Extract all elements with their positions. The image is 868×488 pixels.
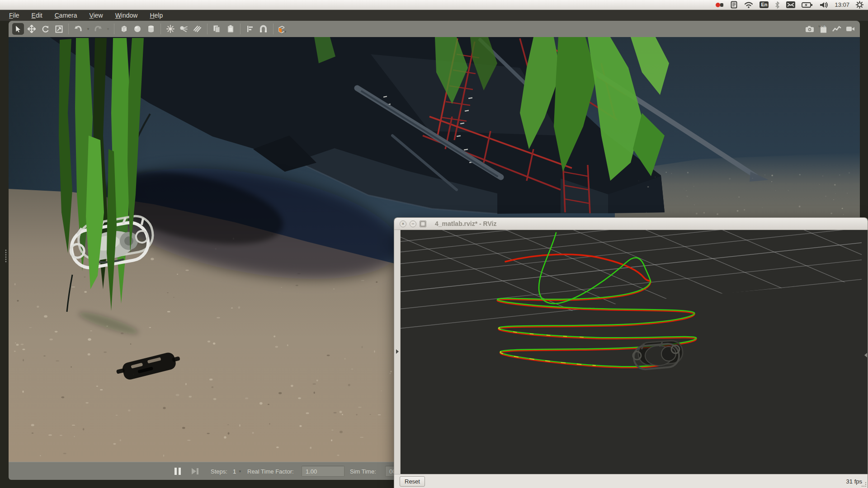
menu-edit[interactable]: Edit bbox=[32, 12, 42, 19]
rviz-scene bbox=[394, 230, 862, 474]
screen-record-icon[interactable] bbox=[715, 1, 724, 9]
gazebo-menubar: File Edit Camera View Window Help bbox=[0, 10, 868, 21]
toolbar-separator bbox=[68, 23, 69, 34]
insert-sphere-button[interactable] bbox=[132, 23, 143, 35]
rviz-3d-view[interactable] bbox=[394, 230, 868, 474]
pause-button[interactable] bbox=[174, 462, 181, 480]
select-tool-button[interactable] bbox=[12, 23, 24, 35]
clock[interactable]: 13:07 bbox=[835, 1, 849, 8]
undo-button[interactable] bbox=[72, 23, 84, 35]
toolbar-separator bbox=[207, 23, 208, 34]
mail-icon[interactable] bbox=[786, 1, 795, 9]
steps-label: Steps: bbox=[211, 462, 227, 480]
menu-window[interactable]: Window bbox=[115, 12, 138, 19]
real-time-factor-label: Real Time Factor: bbox=[247, 462, 294, 480]
spot-light-button[interactable] bbox=[178, 23, 190, 35]
bluetooth-icon[interactable] bbox=[775, 1, 780, 9]
keyboard-layout-indicator[interactable]: En bbox=[760, 1, 769, 8]
paste-button[interactable] bbox=[225, 23, 236, 35]
insert-box-button[interactable] bbox=[118, 23, 130, 35]
toolbar-separator bbox=[240, 23, 241, 34]
menu-file[interactable]: File bbox=[9, 12, 19, 19]
insert-cylinder-button[interactable] bbox=[145, 23, 157, 35]
record-video-button[interactable] bbox=[844, 23, 856, 35]
left-panel-splitter[interactable] bbox=[5, 249, 8, 265]
rviz-window: × − 4_matlab.rviz* - RViz bbox=[394, 217, 868, 488]
system-panel: En 13:07 bbox=[0, 0, 868, 10]
directional-light-button[interactable] bbox=[192, 23, 203, 35]
expand-right-panel-icon[interactable] bbox=[864, 353, 867, 357]
sim-time-label: Sim Time: bbox=[350, 462, 376, 480]
reset-button[interactable]: Reset bbox=[400, 476, 425, 487]
maximize-button[interactable] bbox=[420, 221, 426, 227]
rviz-titlebar[interactable]: × − 4_matlab.rviz* - RViz bbox=[394, 218, 868, 230]
notes-icon[interactable] bbox=[730, 1, 738, 9]
plot-button[interactable] bbox=[831, 23, 843, 35]
minimize-button[interactable]: − bbox=[410, 221, 416, 227]
wifi-icon[interactable] bbox=[744, 1, 753, 9]
toolbar-separator bbox=[160, 23, 161, 34]
toolbar-separator bbox=[273, 23, 274, 34]
battery-icon[interactable] bbox=[802, 1, 813, 9]
rotate-tool-button[interactable] bbox=[39, 23, 51, 35]
menu-view[interactable]: View bbox=[90, 12, 103, 19]
rviz-statusbar: Reset 31 fps bbox=[394, 474, 868, 488]
align-tool-button[interactable] bbox=[244, 23, 256, 35]
view-angle-button[interactable]: ▼ bbox=[277, 23, 289, 35]
redo-history-button[interactable]: ▼ bbox=[106, 27, 110, 31]
steps-caret[interactable]: ▼ bbox=[238, 462, 242, 480]
data-logger-button[interactable]: LOG bbox=[817, 23, 829, 35]
menu-camera[interactable]: Camera bbox=[55, 12, 77, 19]
fps-counter: 31 fps bbox=[846, 478, 862, 485]
step-button[interactable] bbox=[191, 462, 199, 480]
snap-tool-button[interactable] bbox=[258, 23, 269, 35]
screenshot-button[interactable] bbox=[804, 23, 816, 35]
scale-tool-button[interactable] bbox=[53, 23, 65, 35]
copy-button[interactable] bbox=[211, 23, 223, 35]
redo-button[interactable] bbox=[92, 23, 104, 35]
session-gear-icon[interactable] bbox=[856, 1, 863, 9]
point-light-button[interactable] bbox=[165, 23, 176, 35]
toolbar-separator bbox=[114, 23, 114, 34]
rviz-window-title: 4_matlab.rviz* - RViz bbox=[435, 220, 496, 227]
volume-icon[interactable] bbox=[819, 1, 828, 9]
expand-left-panel-icon[interactable] bbox=[396, 349, 399, 354]
view-angle-caret[interactable]: ▼ bbox=[283, 30, 287, 34]
real-time-factor-field[interactable]: 1.00 bbox=[302, 466, 344, 477]
steps-value[interactable]: 1 bbox=[233, 462, 236, 480]
resize-grip[interactable] bbox=[861, 482, 867, 487]
translate-tool-button[interactable] bbox=[26, 23, 38, 35]
menu-help[interactable]: Help bbox=[150, 12, 163, 19]
log-badge: LOG bbox=[819, 25, 825, 28]
gazebo-toolbar: ▼ ▼ bbox=[9, 21, 860, 37]
undo-history-button[interactable]: ▼ bbox=[86, 27, 90, 31]
close-button[interactable]: × bbox=[400, 221, 406, 227]
